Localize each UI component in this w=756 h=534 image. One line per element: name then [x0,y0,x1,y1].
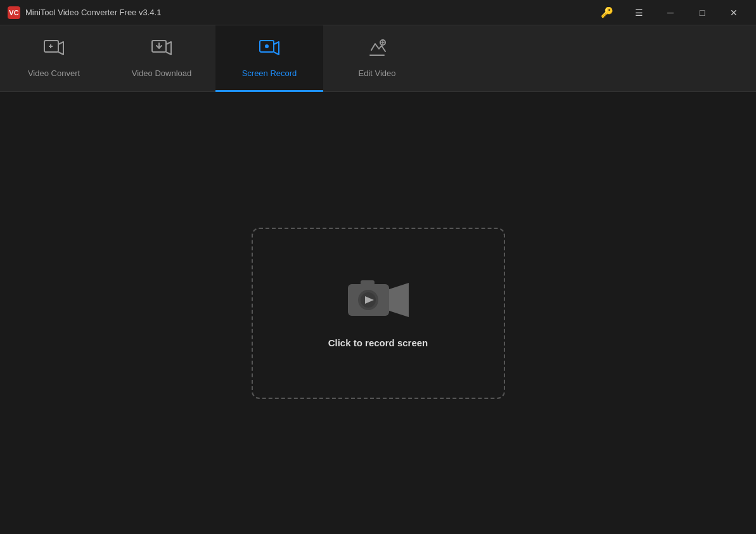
app-title: MiniTool Video Converter Free v3.4.1 [25,8,161,17]
camera-icon-wrapper [347,278,410,322]
record-zone[interactable]: Click to record screen [252,228,505,399]
tab-video-convert[interactable]: Video Convert [0,25,108,92]
tab-video-download[interactable]: Video Download [108,25,215,92]
menu-button[interactable]: ☰ [624,3,653,23]
video-convert-icon [43,37,65,62]
main-content: Click to record screen [0,92,756,534]
minimize-button[interactable]: ─ [656,3,685,23]
app-logo: VC [8,6,20,19]
svg-marker-15 [389,283,409,317]
svg-point-6 [265,44,269,48]
tab-screen-record[interactable]: Screen Record [215,25,323,92]
svg-rect-14 [361,280,375,285]
tab-video-download-label: Video Download [132,68,191,78]
tab-video-convert-label: Video Convert [28,68,80,78]
maximize-icon: □ [700,8,705,18]
minimize-icon: ─ [667,8,674,18]
title-bar-left: VC MiniTool Video Converter Free v3.4.1 [8,6,161,19]
tab-edit-video[interactable]: Edit Video [323,25,431,92]
title-bar-controls: 🔑 ☰ ─ □ ✕ [593,3,748,23]
close-button[interactable]: ✕ [719,3,748,23]
camera-icon [347,278,410,322]
tab-screen-record-label: Screen Record [242,68,297,78]
hamburger-icon: ☰ [635,8,643,18]
video-download-icon [151,37,172,62]
key-icon: 🔑 [601,6,613,18]
close-icon: ✕ [730,8,738,18]
key-button[interactable]: 🔑 [593,3,622,23]
record-zone-label: Click to record screen [328,337,428,348]
nav-bar: Video Convert Video Download Screen Reco… [0,25,756,92]
edit-video-icon [366,37,388,62]
screen-record-icon [259,37,280,62]
tab-edit-video-label: Edit Video [358,68,395,78]
title-bar: VC MiniTool Video Converter Free v3.4.1 … [0,0,756,25]
maximize-button[interactable]: □ [688,3,717,23]
